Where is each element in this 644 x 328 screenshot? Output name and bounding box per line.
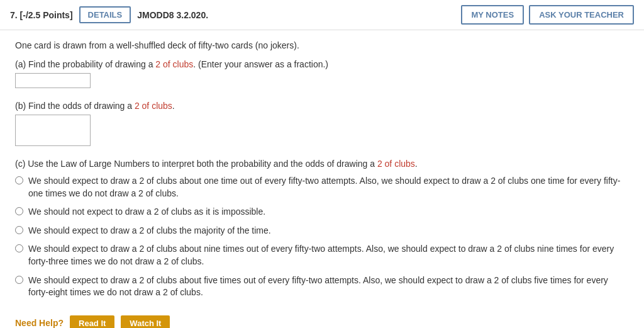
part-a-label: (a) Find the probability of drawing a 2 … [15, 59, 629, 69]
part-b-label: (b) Find the odds of drawing a 2 of club… [15, 101, 629, 111]
radio-option-1: We should expect to draw a 2 of clubs ab… [15, 175, 629, 200]
radio-1[interactable] [15, 176, 23, 184]
part-a-suffix: . (Enter your answer as a fraction.) [193, 59, 328, 69]
question-number: 7. [-/2.5 Points] [10, 10, 73, 20]
part-a-input[interactable] [15, 73, 91, 88]
radio-option-2: We should not expect to draw a 2 of club… [15, 206, 629, 218]
radio-text-5: We should expect to draw a 2 of clubs ab… [28, 274, 629, 299]
part-a-text: (a) Find the probability of drawing a [15, 59, 155, 69]
part-b-text: (b) Find the odds of drawing a [15, 101, 135, 111]
read-it-button[interactable]: Read It [70, 315, 114, 328]
radio-text-3: We should expect to draw a 2 of clubs th… [28, 225, 271, 237]
question-code: JMODD8 3.2.020. [137, 10, 455, 20]
content-area: One card is drawn from a well-shuffled d… [0, 30, 644, 328]
radio-5[interactable] [15, 276, 23, 284]
radio-option-4: We should expect to draw a 2 of clubs ab… [15, 243, 629, 268]
intro-text: One card is drawn from a well-shuffled d… [15, 40, 629, 50]
radio-2[interactable] [15, 207, 23, 215]
ask-teacher-button[interactable]: ASK YOUR TEACHER [529, 5, 634, 25]
header-buttons: MY NOTES ASK YOUR TEACHER [461, 5, 634, 25]
part-c-text: (c) Use the Law of Large Numbers to inte… [15, 159, 377, 169]
part-b-highlight: 2 of clubs [135, 101, 172, 111]
radio-text-2: We should not expect to draw a 2 of club… [28, 206, 265, 218]
need-help-section: Need Help? Read It Watch It [15, 309, 629, 328]
details-button[interactable]: DETAILS [79, 6, 131, 23]
part-a-highlight: 2 of clubs [155, 59, 193, 69]
radio-option-5: We should expect to draw a 2 of clubs ab… [15, 274, 629, 299]
my-notes-button[interactable]: MY NOTES [461, 5, 524, 25]
header-bar: 7. [-/2.5 Points] DETAILS JMODD8 3.2.020… [0, 0, 644, 30]
watch-it-button[interactable]: Watch It [121, 315, 170, 328]
radio-text-1: We should expect to draw a 2 of clubs ab… [28, 175, 629, 200]
part-b-suffix: . [172, 101, 175, 111]
part-a: (a) Find the probability of drawing a 2 … [15, 59, 629, 88]
radio-option-3: We should expect to draw a 2 of clubs th… [15, 225, 629, 237]
part-c: (c) Use the Law of Large Numbers to inte… [15, 159, 629, 299]
radio-4[interactable] [15, 244, 23, 252]
part-b-input-box [15, 115, 91, 146]
part-c-highlight: 2 of clubs [377, 159, 415, 169]
radio-3[interactable] [15, 226, 23, 234]
part-c-suffix: . [415, 159, 418, 169]
part-c-question: (c) Use the Law of Large Numbers to inte… [15, 159, 629, 169]
radio-text-4: We should expect to draw a 2 of clubs ab… [28, 243, 629, 268]
part-b: (b) Find the odds of drawing a 2 of club… [15, 101, 629, 146]
need-help-label: Need Help? [15, 318, 64, 328]
